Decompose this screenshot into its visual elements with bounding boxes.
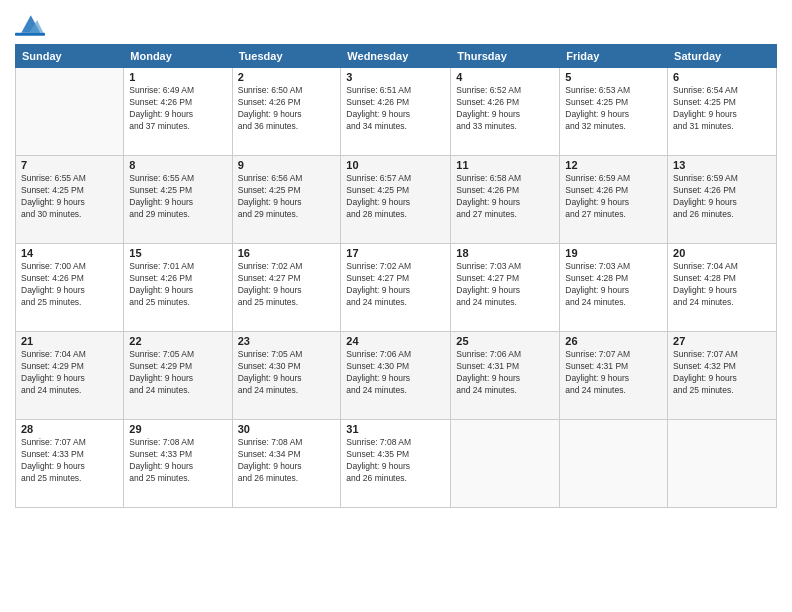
day-number: 11: [456, 159, 554, 171]
calendar-cell: 1Sunrise: 6:49 AMSunset: 4:26 PMDaylight…: [124, 68, 232, 156]
days-of-week-row: SundayMondayTuesdayWednesdayThursdayFrid…: [16, 45, 777, 68]
calendar-cell: 21Sunrise: 7:04 AMSunset: 4:29 PMDayligh…: [16, 332, 124, 420]
calendar-cell: 31Sunrise: 7:08 AMSunset: 4:35 PMDayligh…: [341, 420, 451, 508]
day-number: 6: [673, 71, 771, 83]
calendar-cell: 25Sunrise: 7:06 AMSunset: 4:31 PMDayligh…: [451, 332, 560, 420]
calendar-cell: 9Sunrise: 6:56 AMSunset: 4:25 PMDaylight…: [232, 156, 341, 244]
logo: [15, 10, 49, 38]
calendar-cell: [451, 420, 560, 508]
day-info: Sunrise: 6:59 AMSunset: 4:26 PMDaylight:…: [673, 173, 771, 221]
calendar-week-2: 14Sunrise: 7:00 AMSunset: 4:26 PMDayligh…: [16, 244, 777, 332]
calendar-cell: 30Sunrise: 7:08 AMSunset: 4:34 PMDayligh…: [232, 420, 341, 508]
day-number: 25: [456, 335, 554, 347]
day-of-week-tuesday: Tuesday: [232, 45, 341, 68]
day-info: Sunrise: 6:55 AMSunset: 4:25 PMDaylight:…: [21, 173, 118, 221]
day-info: Sunrise: 7:07 AMSunset: 4:32 PMDaylight:…: [673, 349, 771, 397]
day-info: Sunrise: 6:56 AMSunset: 4:25 PMDaylight:…: [238, 173, 336, 221]
page-header: [15, 10, 777, 38]
day-number: 2: [238, 71, 336, 83]
calendar-week-4: 28Sunrise: 7:07 AMSunset: 4:33 PMDayligh…: [16, 420, 777, 508]
day-of-week-friday: Friday: [560, 45, 668, 68]
day-info: Sunrise: 7:01 AMSunset: 4:26 PMDaylight:…: [129, 261, 226, 309]
day-info: Sunrise: 6:54 AMSunset: 4:25 PMDaylight:…: [673, 85, 771, 133]
day-number: 29: [129, 423, 226, 435]
calendar-cell: 4Sunrise: 6:52 AMSunset: 4:26 PMDaylight…: [451, 68, 560, 156]
day-number: 26: [565, 335, 662, 347]
calendar-cell: 6Sunrise: 6:54 AMSunset: 4:25 PMDaylight…: [668, 68, 777, 156]
calendar-cell: [668, 420, 777, 508]
day-number: 8: [129, 159, 226, 171]
day-info: Sunrise: 7:03 AMSunset: 4:28 PMDaylight:…: [565, 261, 662, 309]
day-number: 19: [565, 247, 662, 259]
day-info: Sunrise: 7:02 AMSunset: 4:27 PMDaylight:…: [238, 261, 336, 309]
day-info: Sunrise: 7:08 AMSunset: 4:35 PMDaylight:…: [346, 437, 445, 485]
calendar-cell: 19Sunrise: 7:03 AMSunset: 4:28 PMDayligh…: [560, 244, 668, 332]
day-info: Sunrise: 7:08 AMSunset: 4:33 PMDaylight:…: [129, 437, 226, 485]
day-of-week-saturday: Saturday: [668, 45, 777, 68]
day-number: 23: [238, 335, 336, 347]
day-number: 4: [456, 71, 554, 83]
day-info: Sunrise: 7:07 AMSunset: 4:33 PMDaylight:…: [21, 437, 118, 485]
calendar-cell: 2Sunrise: 6:50 AMSunset: 4:26 PMDaylight…: [232, 68, 341, 156]
calendar-body: 1Sunrise: 6:49 AMSunset: 4:26 PMDaylight…: [16, 68, 777, 508]
day-number: 1: [129, 71, 226, 83]
day-number: 7: [21, 159, 118, 171]
day-number: 22: [129, 335, 226, 347]
day-info: Sunrise: 7:08 AMSunset: 4:34 PMDaylight:…: [238, 437, 336, 485]
day-number: 30: [238, 423, 336, 435]
day-number: 18: [456, 247, 554, 259]
calendar-cell: 12Sunrise: 6:59 AMSunset: 4:26 PMDayligh…: [560, 156, 668, 244]
day-number: 5: [565, 71, 662, 83]
calendar-week-0: 1Sunrise: 6:49 AMSunset: 4:26 PMDaylight…: [16, 68, 777, 156]
day-info: Sunrise: 7:07 AMSunset: 4:31 PMDaylight:…: [565, 349, 662, 397]
day-info: Sunrise: 6:51 AMSunset: 4:26 PMDaylight:…: [346, 85, 445, 133]
calendar-cell: 27Sunrise: 7:07 AMSunset: 4:32 PMDayligh…: [668, 332, 777, 420]
calendar-cell: 15Sunrise: 7:01 AMSunset: 4:26 PMDayligh…: [124, 244, 232, 332]
day-number: 13: [673, 159, 771, 171]
calendar-cell: 28Sunrise: 7:07 AMSunset: 4:33 PMDayligh…: [16, 420, 124, 508]
day-number: 10: [346, 159, 445, 171]
day-info: Sunrise: 7:00 AMSunset: 4:26 PMDaylight:…: [21, 261, 118, 309]
calendar-week-3: 21Sunrise: 7:04 AMSunset: 4:29 PMDayligh…: [16, 332, 777, 420]
day-info: Sunrise: 6:55 AMSunset: 4:25 PMDaylight:…: [129, 173, 226, 221]
calendar-cell: 14Sunrise: 7:00 AMSunset: 4:26 PMDayligh…: [16, 244, 124, 332]
day-number: 12: [565, 159, 662, 171]
day-of-week-thursday: Thursday: [451, 45, 560, 68]
day-info: Sunrise: 6:49 AMSunset: 4:26 PMDaylight:…: [129, 85, 226, 133]
day-info: Sunrise: 7:03 AMSunset: 4:27 PMDaylight:…: [456, 261, 554, 309]
day-info: Sunrise: 6:58 AMSunset: 4:26 PMDaylight:…: [456, 173, 554, 221]
day-info: Sunrise: 6:53 AMSunset: 4:25 PMDaylight:…: [565, 85, 662, 133]
day-number: 21: [21, 335, 118, 347]
day-number: 24: [346, 335, 445, 347]
calendar-table: SundayMondayTuesdayWednesdayThursdayFrid…: [15, 44, 777, 508]
day-number: 14: [21, 247, 118, 259]
day-number: 27: [673, 335, 771, 347]
calendar-header: SundayMondayTuesdayWednesdayThursdayFrid…: [16, 45, 777, 68]
calendar-cell: 5Sunrise: 6:53 AMSunset: 4:25 PMDaylight…: [560, 68, 668, 156]
calendar-cell: [560, 420, 668, 508]
day-info: Sunrise: 7:02 AMSunset: 4:27 PMDaylight:…: [346, 261, 445, 309]
calendar-cell: 11Sunrise: 6:58 AMSunset: 4:26 PMDayligh…: [451, 156, 560, 244]
calendar-cell: 13Sunrise: 6:59 AMSunset: 4:26 PMDayligh…: [668, 156, 777, 244]
calendar-cell: 18Sunrise: 7:03 AMSunset: 4:27 PMDayligh…: [451, 244, 560, 332]
day-info: Sunrise: 7:06 AMSunset: 4:31 PMDaylight:…: [456, 349, 554, 397]
day-number: 9: [238, 159, 336, 171]
day-number: 15: [129, 247, 226, 259]
day-of-week-monday: Monday: [124, 45, 232, 68]
day-info: Sunrise: 7:06 AMSunset: 4:30 PMDaylight:…: [346, 349, 445, 397]
day-info: Sunrise: 7:05 AMSunset: 4:30 PMDaylight:…: [238, 349, 336, 397]
day-number: 3: [346, 71, 445, 83]
day-number: 31: [346, 423, 445, 435]
calendar-cell: 3Sunrise: 6:51 AMSunset: 4:26 PMDaylight…: [341, 68, 451, 156]
day-info: Sunrise: 7:04 AMSunset: 4:29 PMDaylight:…: [21, 349, 118, 397]
calendar-cell: 16Sunrise: 7:02 AMSunset: 4:27 PMDayligh…: [232, 244, 341, 332]
day-info: Sunrise: 6:52 AMSunset: 4:26 PMDaylight:…: [456, 85, 554, 133]
day-number: 28: [21, 423, 118, 435]
day-info: Sunrise: 7:05 AMSunset: 4:29 PMDaylight:…: [129, 349, 226, 397]
calendar-cell: 17Sunrise: 7:02 AMSunset: 4:27 PMDayligh…: [341, 244, 451, 332]
day-number: 20: [673, 247, 771, 259]
day-info: Sunrise: 6:59 AMSunset: 4:26 PMDaylight:…: [565, 173, 662, 221]
day-number: 16: [238, 247, 336, 259]
logo-icon: [15, 10, 45, 38]
calendar-cell: 23Sunrise: 7:05 AMSunset: 4:30 PMDayligh…: [232, 332, 341, 420]
